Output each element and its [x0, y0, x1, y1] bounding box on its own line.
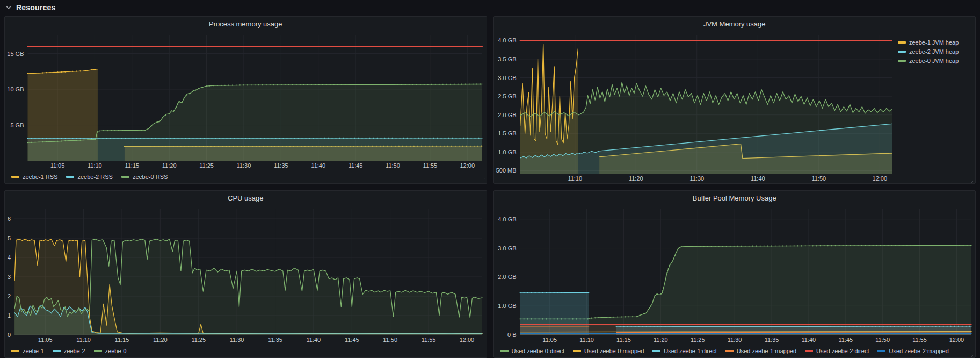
- panel-header[interactable]: Process memory usage: [5, 17, 487, 31]
- x-tick-label: 11:10: [76, 336, 91, 343]
- series-point-zeebe-1-rss: [83, 70, 84, 71]
- panel-header[interactable]: JVM Memory usage: [494, 17, 976, 31]
- legend-swatch-zeebe-1-jvm-heap: [898, 41, 906, 44]
- legend-item-zeebe-2-jvm-heap[interactable]: zeebe-2 JVM heap: [898, 48, 972, 55]
- legend-swatch-zeebe-1-rss: [11, 176, 19, 178]
- legend-label: zeebe-1 JVM heap: [909, 39, 959, 46]
- series-point-zeebe-0-rss: [356, 84, 357, 85]
- series-point-used-zeebe-0-direct: [677, 248, 678, 249]
- series-point-used-zeebe-0-direct: [970, 245, 971, 246]
- chart-jvm-memory: 11:1011:2011:3011:4011:5012:00500 MB1.0 …: [494, 31, 896, 183]
- chart-process-memory: 11:0511:1011:1511:2011:2511:3011:3511:40…: [5, 31, 487, 170]
- series-point-used-zeebe-0-direct: [853, 245, 854, 246]
- series-point-zeebe-0-rss: [213, 85, 214, 86]
- legend-item-used-zeebe-1-mapped[interactable]: Used zeebe-1:mapped: [725, 348, 796, 354]
- legend-item-zeebe-2-rss[interactable]: zeebe-2 RSS: [66, 174, 112, 180]
- series-point-used-zeebe-0-direct: [663, 287, 664, 288]
- series-point-zeebe-0-rss: [427, 84, 429, 85]
- y-tick-label: 500 MB: [496, 167, 516, 174]
- legend-item-zeebe-0-jvm-heap[interactable]: zeebe-0 JVM heap: [898, 58, 972, 64]
- series-point-zeebe-2-rss: [76, 138, 77, 139]
- chart-cpu-usage: 11:0511:1011:1511:2011:2511:3011:3511:40…: [5, 205, 487, 345]
- legend-item-used-zeebe-1-direct[interactable]: Used zeebe-1:direct: [652, 348, 716, 354]
- series-point-zeebe-0-rss: [416, 84, 417, 85]
- series-point-used-zeebe-0-direct: [643, 313, 644, 314]
- x-tick-label: 11:25: [199, 162, 214, 169]
- panel-title-text: JVM Memory usage: [703, 20, 766, 28]
- series-point-zeebe-2-rss: [42, 138, 43, 139]
- legend-item-used-zeebe-0-mapped[interactable]: Used zeebe-0:mapped: [573, 348, 644, 354]
- panel-header[interactable]: CPU usage: [5, 191, 487, 205]
- series-point-used-zeebe-0-direct: [665, 276, 666, 277]
- series-point-used-zeebe-0-direct: [861, 245, 862, 246]
- series-point-zeebe-0-rss: [126, 130, 127, 131]
- panel-buffer-pool-memory-usage: Buffer Pool Memory Usage 11:0511:1011:15…: [493, 190, 976, 358]
- series-point-zeebe-0-rss: [68, 140, 69, 141]
- legend-item-used-zeebe-0-direct[interactable]: Used zeebe-0:direct: [500, 348, 564, 354]
- series-point-used-zeebe-0-direct: [657, 293, 658, 295]
- series-point-zeebe-0-rss: [91, 139, 92, 140]
- series-point-zeebe-0-rss: [277, 84, 278, 85]
- series-point-used-zeebe-0-direct: [707, 246, 708, 247]
- series-point-zeebe-0-rss: [364, 84, 365, 85]
- series-point-zeebe-2-rss: [53, 138, 54, 139]
- row-header-resources[interactable]: Resources: [0, 0, 980, 15]
- legend-label: zeebe-0 JVM heap: [909, 58, 959, 64]
- x-tick-label: 11:35: [764, 336, 779, 343]
- series-point-zeebe-2-rss: [87, 138, 88, 139]
- series-point-zeebe-0-rss: [345, 84, 346, 85]
- x-tick-label: 11:45: [838, 336, 853, 343]
- series-point-used-zeebe-1-direct: [542, 292, 543, 293]
- x-tick-label: 11:50: [875, 336, 890, 343]
- series-point-zeebe-2-rss: [31, 138, 32, 139]
- series-point-zeebe-2-rss: [27, 138, 28, 139]
- series-point-zeebe-1-rss: [72, 71, 73, 72]
- x-tick-label: 11:30: [237, 162, 251, 169]
- series-point-used-zeebe-1-direct: [557, 292, 558, 293]
- series-point-zeebe-0-rss: [38, 141, 39, 142]
- series-point-used-zeebe-0-direct: [959, 245, 960, 246]
- series-point-used-zeebe-0-direct: [695, 246, 696, 247]
- legend-swatch-used-zeebe-1-direct: [652, 350, 660, 352]
- series-point-used-zeebe-0-direct: [962, 245, 963, 246]
- legend-item-zeebe-1-jvm-heap[interactable]: zeebe-1 JVM heap: [898, 39, 972, 46]
- legend-item-zeebe-0-rss[interactable]: zeebe-0 RSS: [121, 174, 168, 180]
- series-point-used-zeebe-0-direct: [733, 246, 734, 247]
- y-tick-label: 1: [8, 312, 11, 319]
- series-point-zeebe-0-rss: [111, 130, 112, 131]
- series-point-used-zeebe-0-direct: [793, 245, 794, 246]
- legend-item-zeebe-0[interactable]: zeebe-0: [94, 348, 127, 354]
- x-tick-label: 12:00: [949, 336, 964, 343]
- y-tick-label: 3.5 GB: [498, 56, 516, 62]
- series-point-zeebe-1-rss: [53, 72, 54, 73]
- series-point-used-zeebe-0-direct: [801, 245, 802, 246]
- series-point-zeebe-0-rss: [303, 84, 304, 85]
- series-point-zeebe-0-rss: [42, 141, 43, 142]
- series-point-zeebe-2-rss: [57, 138, 58, 139]
- legend-swatch-used-zeebe-2-mapped: [877, 350, 885, 352]
- series-point-zeebe-0-rss: [176, 107, 177, 108]
- legend-swatch-zeebe-2-rss: [66, 176, 74, 178]
- legend-item-used-zeebe-2-direct[interactable]: Used zeebe-2:direct: [805, 348, 869, 354]
- legend-item-zeebe-1[interactable]: zeebe-1: [11, 348, 44, 354]
- panel-header[interactable]: Buffer Pool Memory Usage: [494, 191, 976, 205]
- series-point-used-zeebe-0-direct: [834, 245, 836, 246]
- series-point-zeebe-0-rss: [251, 84, 252, 85]
- series-point-used-zeebe-0-direct: [625, 316, 626, 317]
- x-tick-label: 11:20: [628, 175, 643, 182]
- x-tick-label: 11:10: [579, 336, 594, 343]
- legend-item-zeebe-1-rss[interactable]: zeebe-1 RSS: [11, 174, 57, 180]
- series-point-used-zeebe-0-direct: [714, 246, 715, 247]
- y-tick-label: 4.0 GB: [498, 37, 516, 44]
- legend-item-zeebe-2[interactable]: zeebe-2: [53, 348, 85, 354]
- series-point-zeebe-0-rss: [49, 141, 50, 142]
- series-point-used-zeebe-0-direct: [940, 245, 941, 246]
- x-tick-label: 12:00: [872, 175, 887, 182]
- series-point-used-zeebe-0-direct: [759, 246, 760, 247]
- x-tick-label: 11:55: [422, 336, 436, 343]
- panel-title-text: Process memory usage: [209, 20, 282, 28]
- legend-item-used-zeebe-2-mapped[interactable]: Used zeebe-2:mapped: [877, 348, 948, 354]
- series-point-used-zeebe-1-direct: [583, 292, 584, 293]
- y-tick-label: 1.0 GB: [498, 149, 516, 155]
- series-point-zeebe-2-rss: [49, 138, 50, 139]
